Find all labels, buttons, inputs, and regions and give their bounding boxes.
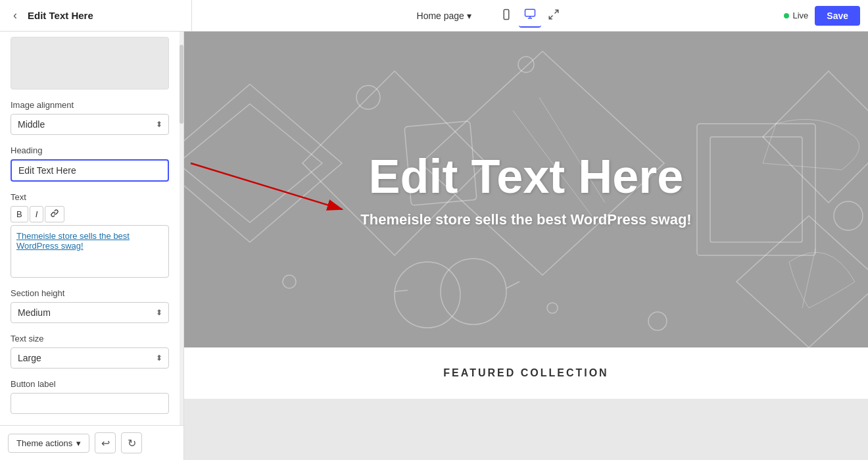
text-size-field: Text size Small Medium Large (11, 334, 169, 369)
section-height-select-wrapper: Small Medium Large (11, 302, 169, 323)
save-button[interactable]: Save (815, 6, 860, 26)
rte-content[interactable]: Themeisle store sells the best WordPress… (11, 225, 169, 278)
featured-title: FEATURED COLLECTION (443, 367, 608, 378)
text-size-label: Text size (11, 334, 169, 344)
italic-button[interactable]: I (30, 206, 44, 222)
section-height-select[interactable]: Small Medium Large (11, 302, 169, 323)
top-bar-center: Home page ▾ (192, 4, 784, 28)
section-height-field: Section height Small Medium Large (11, 288, 169, 323)
italic-icon: I (36, 209, 38, 219)
live-indicator: Live (784, 11, 808, 20)
svg-rect-2 (525, 9, 535, 16)
heading-field: Heading (11, 145, 169, 182)
rte-text: Themeisle store sells the best WordPress… (16, 231, 130, 251)
scrollbar-track[interactable] (180, 32, 183, 425)
hero-title: Edit Text Here (360, 151, 691, 203)
button-label-label: Button label (11, 379, 169, 389)
live-label: Live (792, 11, 808, 20)
theme-actions-arrow: ▾ (76, 438, 81, 448)
sidebar: Image alignment Left Middle Right Headin… (0, 32, 184, 460)
svg-rect-0 (504, 9, 509, 19)
button-label-field: Button label (11, 379, 169, 414)
heading-label: Heading (11, 145, 169, 155)
button-label-input[interactable] (11, 393, 169, 414)
image-alignment-label: Image alignment (11, 100, 169, 110)
text-size-select[interactable]: Small Medium Large (11, 347, 169, 369)
heading-input[interactable] (11, 159, 169, 182)
image-alignment-field: Image alignment Left Middle Right (11, 100, 169, 135)
featured-section: FEATURED COLLECTION (184, 347, 868, 399)
top-bar-left: ‹ Edit Text Here (8, 0, 192, 31)
panel-title: Edit Text Here (28, 10, 93, 21)
link-button[interactable] (45, 206, 64, 222)
back-button[interactable]: ‹ (8, 6, 22, 25)
image-alignment-select[interactable]: Left Middle Right (11, 114, 169, 135)
fullscreen-view-button[interactable] (542, 5, 565, 27)
page-selector-arrow: ▾ (467, 11, 471, 21)
text-field: Text B I Themeisle store sells the best … (11, 192, 169, 278)
canvas-area[interactable]: Edit Text Here Themeisle store sells the… (184, 32, 868, 460)
image-alignment-select-wrapper: Left Middle Right (11, 114, 169, 135)
rte-toolbar: B I (11, 206, 169, 222)
text-label: Text (11, 192, 169, 202)
device-icons (495, 4, 565, 28)
text-size-select-wrapper: Small Medium Large (11, 347, 169, 369)
hero-content: Edit Text Here Themeisle store sells the… (360, 151, 691, 228)
top-bar: ‹ Edit Text Here Home page ▾ Live Save (0, 0, 868, 32)
svg-line-5 (554, 10, 558, 13)
page-selector[interactable]: Home page ▾ (412, 8, 477, 24)
sidebar-bottom: Theme actions ▾ ↩ ↻ (0, 425, 183, 460)
redo-icon: ↻ (128, 437, 136, 449)
mobile-view-button[interactable] (495, 5, 518, 27)
svg-line-6 (549, 15, 552, 18)
theme-actions-label: Theme actions (16, 438, 72, 448)
undo-icon: ↩ (101, 437, 110, 449)
image-placeholder (11, 37, 169, 89)
section-height-label: Section height (11, 288, 169, 298)
desktop-view-button[interactable] (519, 4, 541, 28)
sidebar-scroll: Image alignment Left Middle Right Headin… (0, 32, 180, 425)
page-selector-label: Home page (417, 11, 464, 21)
redo-button[interactable]: ↻ (121, 432, 142, 453)
scrollbar-thumb[interactable] (180, 45, 183, 124)
top-bar-right: Live Save (784, 6, 860, 26)
theme-actions-button[interactable]: Theme actions ▾ (8, 434, 89, 453)
live-dot (784, 13, 789, 18)
hero-subtitle: Themeisle store sells the best WordPress… (360, 211, 691, 228)
main-layout: Image alignment Left Middle Right Headin… (0, 32, 868, 460)
canvas-inner: Edit Text Here Themeisle store sells the… (184, 32, 868, 399)
undo-button[interactable]: ↩ (95, 432, 116, 453)
bold-button[interactable]: B (11, 206, 28, 222)
hero-banner: Edit Text Here Themeisle store sells the… (184, 32, 868, 347)
